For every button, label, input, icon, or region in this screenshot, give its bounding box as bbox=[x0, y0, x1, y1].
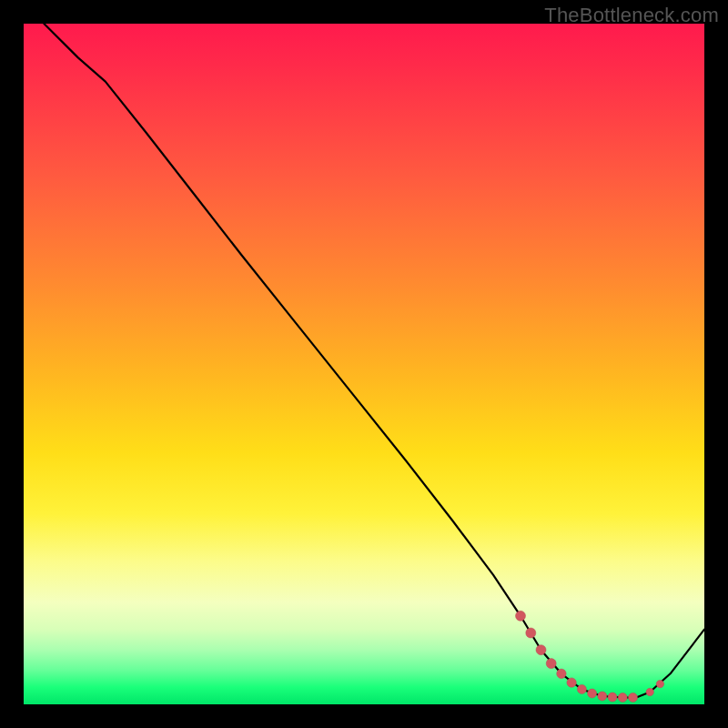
chart-svg bbox=[24, 24, 704, 704]
highlight-dot bbox=[608, 693, 617, 702]
highlight-dot bbox=[526, 628, 536, 638]
highlight-dot bbox=[656, 680, 663, 687]
highlight-dots-group bbox=[516, 611, 664, 702]
highlight-dot bbox=[536, 645, 546, 655]
highlight-dot bbox=[577, 685, 586, 694]
highlight-dot bbox=[588, 689, 597, 698]
highlight-dot bbox=[598, 692, 607, 701]
chart-frame: TheBottleneck.com bbox=[0, 0, 728, 728]
highlight-dot bbox=[618, 693, 627, 703]
highlight-dot bbox=[567, 678, 576, 687]
curve-line bbox=[44, 24, 704, 698]
highlight-dot bbox=[516, 611, 526, 621]
highlight-dot bbox=[557, 669, 566, 678]
highlight-dot bbox=[646, 688, 653, 695]
highlight-dot bbox=[546, 659, 556, 669]
plot-area bbox=[24, 24, 704, 704]
highlight-dot bbox=[629, 693, 638, 703]
